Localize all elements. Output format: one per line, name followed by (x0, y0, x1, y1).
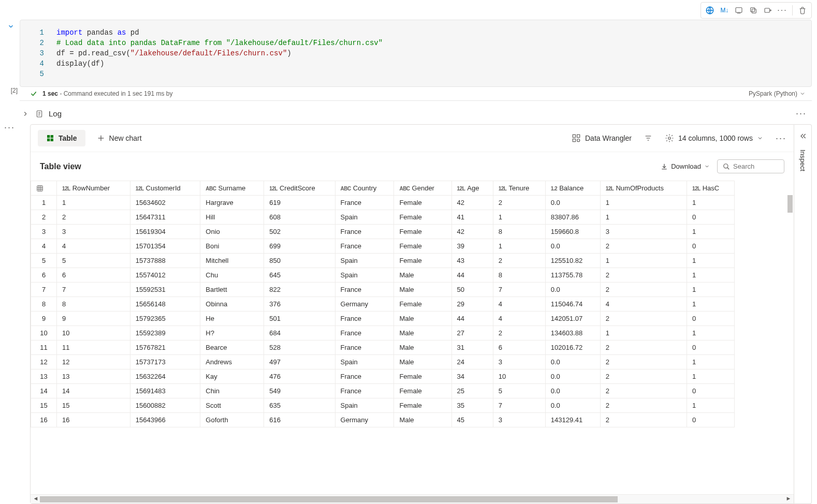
tab-new-chart[interactable]: New chart (89, 130, 150, 146)
clear-output-button[interactable] (732, 4, 746, 17)
column-header-gender[interactable]: ABCGender (394, 181, 451, 196)
cell: 15691483 (130, 384, 200, 398)
cell: Spain (335, 355, 394, 369)
log-more-button[interactable]: ··· (796, 108, 807, 119)
cell: Spain (335, 398, 394, 413)
collapse-cell-button[interactable] (7, 23, 14, 30)
cell: Male (394, 268, 451, 283)
column-header-hasc[interactable]: 12LHasC (687, 181, 734, 196)
cell: France (335, 326, 394, 340)
horizontal-scrollbar-thumb[interactable] (40, 496, 618, 502)
table-row[interactable]: 3315619304Onio502FranceFemale428159660.8… (31, 225, 735, 239)
filter-button[interactable] (644, 134, 652, 142)
cell: 684 (264, 326, 335, 340)
cell: 15737173 (130, 355, 200, 369)
column-header-customerid[interactable]: 12LCustomerId (130, 181, 200, 196)
cell: 549 (264, 384, 335, 398)
code-line[interactable]: df = pd.read_csv("/lakehouse/default/Fil… (56, 48, 291, 58)
table-row[interactable]: 131315632264Kay476FranceFemale34100.021 (31, 369, 735, 384)
column-header-creditscore[interactable]: 12LCreditScore (264, 181, 335, 196)
table-row[interactable]: 111115767821Bearce528FranceMale316102016… (31, 340, 735, 355)
column-header-tenure[interactable]: 12LTenure (493, 181, 545, 196)
cell: 0 (687, 312, 734, 326)
cell: 34 (451, 369, 493, 384)
search-input[interactable] (733, 162, 775, 170)
cell: Male (394, 283, 451, 297)
convert-markdown-button[interactable]: M↓ (718, 4, 731, 17)
column-header-country[interactable]: ABCCountry (335, 181, 394, 196)
cell: 528 (264, 340, 335, 355)
svg-rect-4 (765, 8, 769, 12)
column-header-balance[interactable]: 1.2Balance (545, 181, 600, 196)
data-table: 12LRowNumber12LCustomerIdABCSurname12LCr… (31, 181, 735, 427)
cell: 497 (264, 355, 335, 369)
cell: 1 (687, 225, 734, 239)
table-row[interactable]: 8815656148Obinna376GermanyFemale29411504… (31, 297, 735, 312)
column-header-age[interactable]: 12LAge (451, 181, 493, 196)
output-more-button[interactable]: ··· (776, 133, 786, 144)
language-icon[interactable] (703, 4, 717, 17)
cell: Male (394, 355, 451, 369)
cell: 1 (600, 326, 687, 340)
code-line[interactable]: import pandas as pd (56, 27, 139, 38)
columns-summary-button[interactable]: 14 columns, 1000 rows (665, 134, 763, 143)
delete-cell-button[interactable] (796, 4, 809, 17)
table-row[interactable]: 5515737888Mitchell850SpainFemale43212551… (31, 254, 735, 268)
cell: 1 (493, 210, 545, 225)
svg-rect-15 (573, 135, 575, 137)
table-scroll-area[interactable]: 12LRowNumber12LCustomerIdABCSurname12LCr… (31, 181, 794, 494)
table-row[interactable]: 1115634602Hargrave619FranceFemale4220.01… (31, 196, 735, 210)
horizontal-scrollbar[interactable]: ◄ ► (31, 494, 794, 503)
cell: 14 (57, 384, 130, 398)
search-box[interactable] (717, 159, 784, 173)
cell-side-menu-button[interactable]: ··· (4, 122, 15, 133)
cell: 3 (493, 413, 545, 427)
scroll-right-button[interactable]: ► (784, 495, 793, 501)
log-label[interactable]: Log (49, 109, 62, 118)
expand-inspect-button[interactable] (799, 132, 807, 140)
tab-table[interactable]: Table (38, 130, 85, 146)
code-editor[interactable]: 1import pandas as pd2# Load data into pa… (20, 20, 812, 87)
cell-language-selector[interactable]: PySpark (Python) (749, 90, 806, 97)
svg-point-23 (724, 164, 728, 168)
table-row[interactable]: 161615643966Goforth616GermanyMale4531431… (31, 413, 735, 427)
data-wrangler-icon (572, 134, 581, 143)
svg-rect-3 (751, 8, 755, 12)
table-row[interactable]: 151515600882Scott635SpainFemale3570.021 (31, 398, 735, 413)
cell: 1 (493, 239, 545, 254)
cell: 5 (57, 254, 130, 268)
expand-log-button[interactable] (22, 110, 30, 117)
cell: France (335, 384, 394, 398)
cell: 1 (687, 369, 734, 384)
table-row[interactable]: 7715592531Bartlett822FranceMale5070.021 (31, 283, 735, 297)
row-index: 13 (31, 369, 57, 384)
table-row[interactable]: 9915792365He501FranceMale444142051.0720 (31, 312, 735, 326)
vertical-scrollbar[interactable] (786, 195, 794, 485)
cell: Onio (200, 225, 264, 239)
scroll-left-button[interactable]: ◄ (32, 495, 40, 501)
column-header-surname[interactable]: ABCSurname (200, 181, 264, 196)
execution-status-row: 1 sec - Command executed in 1 sec 191 ms… (20, 87, 812, 101)
insert-cell-button[interactable] (761, 4, 775, 17)
vertical-scrollbar-thumb[interactable] (787, 195, 793, 213)
table-row[interactable]: 4415701354Boni699FranceFemale3910.020 (31, 239, 735, 254)
table-row[interactable]: 141415691483Chin549FranceFemale2550.020 (31, 384, 735, 398)
more-cell-actions-button[interactable]: ··· (776, 4, 789, 17)
table-row[interactable]: 101015592389H?684FranceMale272134603.881… (31, 326, 735, 340)
table-row[interactable]: 6615574012Chu645SpainMale448113755.7821 (31, 268, 735, 283)
column-header-numofproducts[interactable]: 12LNumOfProducts (600, 181, 687, 196)
svg-line-24 (727, 167, 730, 169)
table-row[interactable]: 2215647311Hill608SpainFemale41183807.861… (31, 210, 735, 225)
code-line[interactable]: # Load data into pandas DataFrame from "… (56, 38, 383, 48)
inspect-tab[interactable]: Inspect (799, 150, 807, 171)
data-wrangler-button[interactable]: Data Wrangler (572, 134, 632, 143)
code-line[interactable]: display(df) (56, 58, 104, 69)
table-row[interactable]: 121215737173Andrews497SpainMale2430.021 (31, 355, 735, 369)
column-header-rownumber[interactable]: 12LRowNumber (57, 181, 130, 196)
row-index-header[interactable] (31, 181, 57, 196)
copy-button[interactable] (747, 4, 760, 17)
download-button[interactable]: Download (661, 162, 710, 170)
cell: Chin (200, 384, 264, 398)
cell: 2 (600, 283, 687, 297)
cell: 0 (687, 340, 734, 355)
